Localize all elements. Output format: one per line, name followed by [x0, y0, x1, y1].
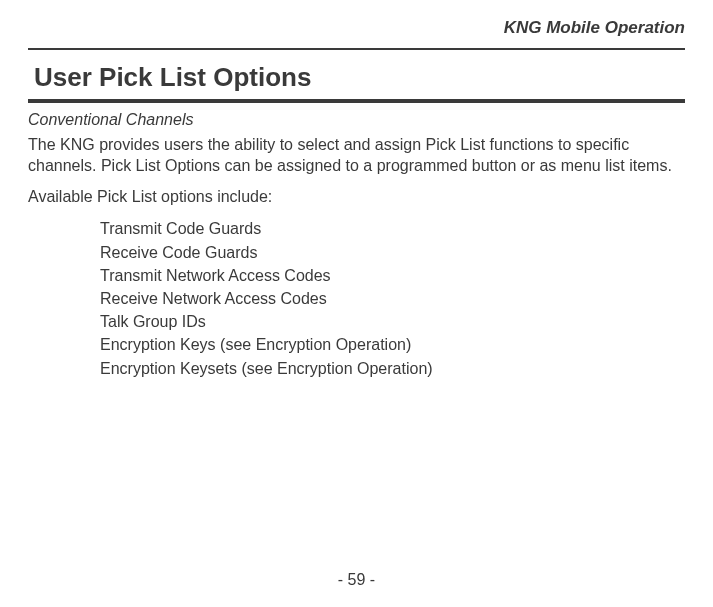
- list-item: Receive Network Access Codes: [100, 287, 685, 310]
- list-item: Encryption Keysets (see Encryption Opera…: [100, 357, 685, 380]
- header-rule: [28, 48, 685, 50]
- options-list: Transmit Code Guards Receive Code Guards…: [28, 217, 685, 379]
- intro-paragraph: The KNG provides users the ability to se…: [28, 135, 685, 177]
- list-item: Talk Group IDs: [100, 310, 685, 333]
- page-number: - 59 -: [0, 571, 713, 589]
- list-item: Encryption Keys (see Encryption Operatio…: [100, 333, 685, 356]
- list-item: Transmit Code Guards: [100, 217, 685, 240]
- list-intro: Available Pick List options include:: [28, 187, 685, 208]
- section-title-rule: [28, 99, 685, 103]
- section-title: User Pick List Options: [28, 62, 685, 99]
- list-item: Receive Code Guards: [100, 241, 685, 264]
- section-subheading: Conventional Channels: [28, 111, 685, 129]
- document-header-label: KNG Mobile Operation: [28, 18, 685, 48]
- list-item: Transmit Network Access Codes: [100, 264, 685, 287]
